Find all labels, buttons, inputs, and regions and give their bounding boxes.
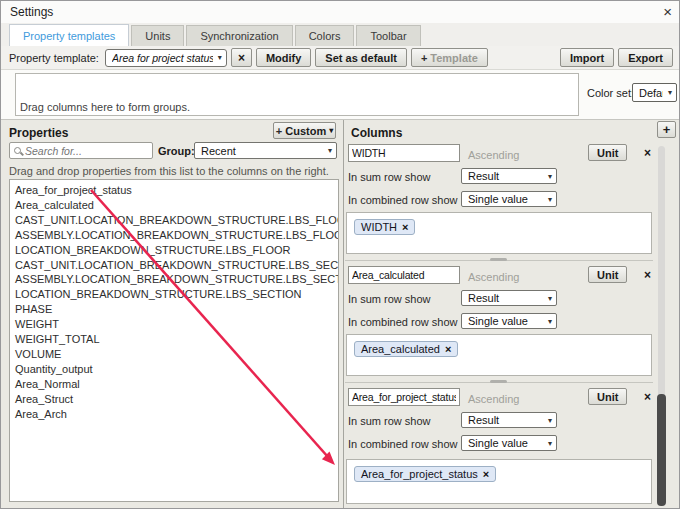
property-chip[interactable]: Area_calculated × — [354, 341, 458, 357]
search-input[interactable] — [25, 145, 148, 157]
property-drop-zone[interactable]: Area_for_project_status × — [346, 459, 652, 504]
resize-grip[interactable] — [490, 258, 507, 261]
list-item[interactable]: LOCATION_BREAKDOWN_STRUCTURE.LBS_FLOOR — [15, 243, 338, 258]
window-close-icon[interactable]: × — [663, 3, 672, 21]
chip-label: Area_calculated — [361, 343, 440, 355]
combined-row-label: In combined row show — [348, 316, 457, 328]
list-item[interactable]: WEIGHT_TOTAL — [15, 332, 338, 347]
column-name-input[interactable] — [348, 144, 460, 162]
chevron-down-icon: ▾ — [668, 88, 672, 97]
list-item[interactable]: CAST_UNIT.LOCATION_BREAKDOWN_STRUCTURE.L… — [15, 258, 338, 273]
unit-button[interactable]: Unit — [588, 144, 627, 161]
plus-icon: + — [276, 125, 282, 137]
chevron-down-icon: ▾ — [548, 172, 552, 181]
add-template-button[interactable]: + Template — [411, 48, 488, 67]
property-template-select[interactable]: Area for project status ▾ — [105, 49, 227, 67]
sum-row-value: Result — [468, 292, 543, 304]
list-item[interactable]: ASSEMBLY.LOCATION_BREAKDOWN_STRUCTURE.LB… — [15, 272, 338, 287]
column-cards: Ascending Unit × In sum row show Result … — [345, 141, 653, 508]
group-label: Group: — [158, 145, 195, 157]
add-custom-button[interactable]: + Custom ▾ — [273, 122, 336, 139]
property-template-label: Property template: — [9, 52, 99, 64]
tab-toolbar[interactable]: Toolbar — [356, 25, 420, 46]
remove-column-icon[interactable]: × — [644, 269, 651, 281]
combined-row-select[interactable]: Single value ▾ — [461, 435, 557, 451]
add-column-button[interactable]: + — [657, 121, 676, 138]
properties-list: Area_for_project_status Area_calculated … — [9, 179, 339, 502]
columns-panel: Columns + Ascending Unit × In sum row sh… — [344, 120, 679, 508]
group-select[interactable]: Recent ▾ — [194, 142, 337, 159]
combined-row-label: In combined row show — [348, 438, 457, 450]
combined-row-select[interactable]: Single value ▾ — [461, 191, 557, 207]
chip-remove-icon[interactable]: × — [445, 343, 451, 355]
import-button[interactable]: Import — [560, 48, 614, 67]
sort-order-label: Ascending — [468, 393, 519, 405]
modify-button[interactable]: Modify — [256, 48, 311, 67]
tab-property-templates[interactable]: Property templates — [9, 24, 129, 46]
export-button[interactable]: Export — [618, 48, 673, 67]
tab-synchronization[interactable]: Synchronization — [186, 25, 292, 46]
chevron-down-icon: ▾ — [548, 195, 552, 204]
unit-button[interactable]: Unit — [588, 266, 627, 283]
search-icon — [14, 147, 21, 154]
unit-button[interactable]: Unit — [588, 388, 627, 405]
sum-row-select[interactable]: Result ▾ — [461, 168, 557, 184]
property-chip[interactable]: Area_for_project_status × — [354, 466, 496, 482]
property-chip[interactable]: WIDTH × — [354, 219, 415, 235]
add-template-label: Template — [430, 52, 477, 64]
color-set-label: Color set: — [587, 87, 634, 99]
list-item[interactable]: VOLUME — [15, 347, 338, 362]
group-select-value: Recent — [201, 145, 323, 157]
columns-title: Columns — [351, 126, 402, 140]
chevron-down-icon: ▾ — [328, 146, 332, 155]
sort-order-label: Ascending — [468, 149, 519, 161]
list-item[interactable]: PHASE — [15, 302, 338, 317]
clear-template-button[interactable]: × — [231, 48, 252, 67]
list-item[interactable]: CAST_UNIT.LOCATION_BREAKDOWN_STRUCTURE.L… — [15, 213, 338, 228]
column-card-area-for-project-status: Ascending Unit × In sum row show Result … — [345, 385, 653, 509]
column-name-input[interactable] — [348, 266, 460, 284]
combined-row-value: Single value — [468, 437, 543, 449]
combined-row-select[interactable]: Single value ▾ — [461, 313, 557, 329]
combined-row-label: In combined row show — [348, 194, 457, 206]
properties-panel: Properties + Custom ▾ Group: Recent ▾ Dr… — [1, 120, 344, 508]
remove-column-icon[interactable]: × — [644, 147, 651, 159]
color-set-value: Default — [639, 87, 663, 99]
list-item[interactable]: Quantity_output — [15, 362, 338, 377]
chevron-down-icon: ▾ — [548, 416, 552, 425]
sum-row-select[interactable]: Result ▾ — [461, 290, 557, 306]
chip-remove-icon[interactable]: × — [402, 221, 408, 233]
group-drop-hint: Drag columns here to form groups. — [20, 101, 190, 113]
tab-colors[interactable]: Colors — [295, 25, 355, 46]
list-item[interactable]: ASSEMBLY.LOCATION_BREAKDOWN_STRUCTURE.LB… — [15, 228, 338, 243]
columns-scrollbar[interactable] — [656, 146, 667, 505]
chip-remove-icon[interactable]: × — [483, 468, 489, 480]
chevron-down-icon: ▾ — [548, 439, 552, 448]
list-item[interactable]: Area_Struct — [15, 392, 338, 407]
resize-grip[interactable] — [490, 380, 507, 383]
color-set-select[interactable]: Default ▾ — [632, 83, 677, 102]
remove-column-icon[interactable]: × — [644, 391, 651, 403]
set-as-default-button[interactable]: Set as default — [315, 48, 407, 67]
tab-units[interactable]: Units — [131, 25, 184, 46]
list-item[interactable]: Area_Arch — [15, 407, 338, 422]
list-item[interactable]: WEIGHT — [15, 317, 338, 332]
list-item[interactable]: LOCATION_BREAKDOWN_STRUCTURE.LBS_SECTION — [15, 287, 338, 302]
chevron-down-icon: ▾ — [548, 294, 552, 303]
sum-row-select[interactable]: Result ▾ — [461, 412, 557, 428]
settings-window: Settings × Property templates Units Sync… — [0, 0, 680, 509]
chevron-down-icon: ▾ — [548, 317, 552, 326]
list-item[interactable]: Area_Normal — [15, 377, 338, 392]
list-item[interactable]: Area_for_project_status — [15, 183, 338, 198]
property-drop-zone[interactable]: Area_calculated × — [346, 334, 652, 376]
sort-order-label: Ascending — [468, 271, 519, 283]
chevron-down-icon: ▾ — [329, 126, 333, 135]
list-item[interactable]: Area_calculated — [15, 198, 338, 213]
scrollbar-thumb[interactable] — [657, 394, 666, 506]
close-icon: × — [238, 51, 245, 65]
property-drop-zone[interactable]: WIDTH × — [346, 212, 652, 254]
group-drop-zone[interactable]: Drag columns here to form groups. — [15, 73, 579, 116]
column-name-input[interactable] — [348, 388, 460, 406]
sum-row-label: In sum row show — [348, 171, 431, 183]
main-area: Properties + Custom ▾ Group: Recent ▾ Dr… — [1, 120, 679, 508]
